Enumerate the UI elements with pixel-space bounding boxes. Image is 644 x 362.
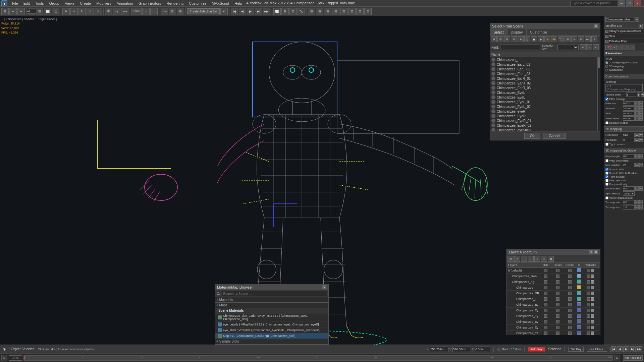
tb-play[interactable]: ▶: [247, 8, 254, 15]
layer-radiosity-cb[interactable]: [587, 269, 590, 272]
smooth-uvs-borders-checkbox[interactable]: [605, 172, 608, 175]
texmap-min-down[interactable]: ▼: [639, 200, 643, 204]
layer-radiosity-btn[interactable]: [591, 303, 594, 306]
select-scene-close[interactable]: ✕: [594, 24, 598, 28]
tb-move[interactable]: ✛: [70, 8, 78, 15]
type-2d-radio[interactable]: [605, 61, 608, 64]
ss-tb-12[interactable]: ⊟: [565, 36, 571, 42]
amount-up[interactable]: ▲: [635, 106, 639, 111]
shift-up[interactable]: ▲: [635, 111, 639, 116]
layer-render-cb[interactable]: [568, 309, 572, 312]
scene-list-item[interactable]: Chimpanzee_eyeShellL: [490, 128, 597, 131]
layer-freeze-cb[interactable]: [556, 292, 559, 295]
tb-extra6[interactable]: ⊡: [308, 8, 315, 15]
scene-list-item[interactable]: Chimpanzee_EarL_01: [490, 62, 597, 67]
tab-select[interactable]: Select: [490, 29, 507, 35]
mod-icon-remove[interactable]: -: [618, 45, 623, 50]
layer-row[interactable]: Chimpanzee_Ey: [507, 325, 600, 330]
ss-tb-6[interactable]: ◻: [524, 36, 530, 42]
smooth-uvs-checkbox[interactable]: [605, 168, 608, 171]
scene-list-item[interactable]: Chimpanzee_EyeR: [490, 114, 597, 118]
layer-color-swatch[interactable]: [577, 280, 581, 284]
ss-tb-2[interactable]: ⊡: [497, 36, 503, 42]
layer-row[interactable]: Chimpanzee_Ey: [507, 302, 600, 308]
ss-tb-10[interactable]: 🔆: [551, 36, 557, 42]
precision-up[interactable]: ▲: [635, 138, 639, 142]
texmap-max-down[interactable]: ▼: [639, 205, 643, 209]
tb-select[interactable]: [28, 8, 35, 15]
ss-tb-9[interactable]: ⊙: [544, 36, 550, 42]
layer-header[interactable]: Layer: 0 (default) ? ✕: [507, 249, 600, 255]
tb-btn-1[interactable]: ⊞: [1, 8, 9, 15]
precision-input[interactable]: [623, 138, 635, 142]
layer-tb-6[interactable]: ≡: [541, 256, 547, 262]
shift-input[interactable]: [623, 111, 635, 116]
layer-freeze-cb[interactable]: [556, 297, 559, 301]
layer-freeze-cb[interactable]: [556, 320, 559, 323]
layer-radiosity-btn[interactable]: [591, 297, 594, 301]
cancel-button[interactable]: Cancel: [543, 133, 566, 139]
menu-animation[interactable]: Animation: [114, 0, 136, 6]
layer-render-cb[interactable]: [568, 297, 572, 301]
tb-select-mode[interactable]: [62, 8, 70, 15]
layer-hide-cb[interactable]: [544, 309, 547, 312]
layer-radiosity-cb[interactable]: [587, 326, 590, 329]
tb-play-prev-key[interactable]: |◀: [231, 8, 238, 15]
layer-freeze-cb[interactable]: [556, 269, 559, 272]
scene-list-item[interactable]: Chimpanzee_EarR_02: [490, 81, 597, 85]
mod-icon-pin[interactable]: 📌: [605, 45, 611, 50]
tb-step-fwd[interactable]: ▶|: [255, 8, 262, 15]
timeline-track[interactable]: 0 10 20 30 40 50 60 70 80 90 100: [23, 355, 613, 361]
tb-ref[interactable]: Ⓡ: [105, 8, 112, 15]
tb-extra8[interactable]: ⊡: [324, 8, 331, 15]
modifier-item-0[interactable]: VRayDisplacementMod: [604, 29, 644, 34]
layer-tb-delete[interactable]: ✕: [514, 256, 520, 262]
scene-list-item[interactable]: Chimpanzee_EyeL: [490, 95, 597, 100]
layer-hide-cb[interactable]: [544, 275, 547, 278]
layer-render-cb[interactable]: [568, 280, 572, 284]
layer-radiosity-cb[interactable]: [587, 303, 590, 306]
material-header[interactable]: Material/Map Browser ✕: [215, 284, 328, 290]
material-search-input[interactable]: [222, 291, 327, 296]
view-dep-checkbox[interactable]: [605, 159, 608, 162]
shift-down[interactable]: ▼: [639, 111, 643, 116]
layer-freeze-cb[interactable]: [556, 309, 559, 312]
layer-radiosity-cb[interactable]: [587, 280, 590, 284]
layer-close[interactable]: ✕: [594, 250, 598, 254]
layer-row[interactable]: Chimpanzee_Ey: [507, 308, 600, 313]
layer-freeze-cb[interactable]: [556, 314, 559, 318]
layer-hide-cb[interactable]: [544, 331, 547, 335]
layer-render-cb[interactable]: [568, 326, 572, 329]
timeline-end[interactable]: ⊡: [614, 355, 620, 361]
filter-blur-input[interactable]: [623, 101, 635, 106]
ss-tb-expand[interactable]: +: [571, 36, 577, 42]
layer-row[interactable]: Chimpanzee_RFi: [507, 291, 600, 296]
scene-list-item[interactable]: Chimpanzee_EyeL: [490, 90, 597, 95]
edge-thresh-input[interactable]: [623, 186, 635, 191]
filter-blur-down[interactable]: ▼: [639, 101, 643, 106]
layer-row[interactable]: Chimpanzee_Skin: [507, 274, 600, 279]
mat-item-2[interactable]: eye_shell ( VRayMtl ) [Chimpanzee_eyeShe…: [215, 327, 328, 333]
layer-freeze-cb[interactable]: [556, 303, 559, 306]
layer-freeze-cb[interactable]: [556, 326, 559, 329]
mod-icon-down[interactable]: ↓: [630, 45, 635, 50]
tab-display[interactable]: Display: [507, 29, 527, 35]
layer-radiosity-btn[interactable]: [591, 280, 594, 284]
tb-extra7[interactable]: ⊡: [316, 8, 323, 15]
layer-color-swatch[interactable]: [577, 297, 581, 301]
modifier-checkbox-2[interactable]: [605, 40, 608, 43]
ss-find-1[interactable]: ←: [580, 44, 586, 50]
auto-key-button[interactable]: Auto Key: [528, 347, 545, 352]
tb-mirror[interactable]: ⇆: [113, 8, 120, 15]
layer-freeze-cb[interactable]: [556, 280, 559, 284]
tb-rotate[interactable]: ↻: [78, 8, 86, 15]
select-scene-header[interactable]: Select From Scene ✕: [490, 23, 600, 29]
layer-render-cb[interactable]: [568, 331, 572, 335]
layer-tb-add[interactable]: +: [521, 256, 527, 262]
layer-color-swatch[interactable]: [577, 274, 581, 278]
layer-radiosity-btn[interactable]: [591, 320, 594, 323]
modifier-checkbox-0[interactable]: [605, 30, 608, 33]
vector-disp-checkbox[interactable]: [605, 196, 608, 199]
menu-customize[interactable]: Customize: [186, 0, 209, 6]
layer-render-cb[interactable]: [568, 303, 572, 306]
